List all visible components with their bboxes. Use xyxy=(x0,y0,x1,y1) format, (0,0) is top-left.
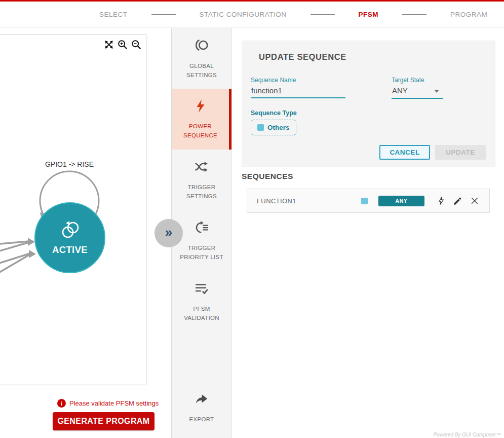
sequence-row: FUNCTION1 ANY xyxy=(247,189,490,213)
target-state-value: ANY xyxy=(392,86,408,95)
transition-label: GPIO1 -> RISE xyxy=(29,160,110,168)
sidebar-item-label: EXPORT xyxy=(176,415,227,424)
sidebar-item-power-sequence[interactable]: POWER SEQUENCE xyxy=(172,89,231,150)
target-state-select[interactable]: ANY xyxy=(392,85,443,99)
state-label: ACTIVE xyxy=(52,244,88,256)
edit-icon[interactable] xyxy=(453,196,462,206)
update-button[interactable]: UPDATE xyxy=(435,145,486,160)
sequence-type-label: Sequence Type xyxy=(251,110,297,117)
step-static-configuration[interactable]: STATIC CONFIGURATION xyxy=(200,11,287,18)
sequence-row-name: FUNCTION1 xyxy=(257,197,296,205)
state-node-active[interactable]: ACTIVE xyxy=(34,202,105,273)
step-select[interactable]: SELECT xyxy=(99,11,128,18)
canvas-toolbar xyxy=(103,39,142,50)
sequence-content-area: UPDATE SEQUENCE Sequence Name Target Sta… xyxy=(232,28,504,438)
sidebar-item-trigger-settings[interactable]: TRIGGER SETTINGS xyxy=(172,150,231,210)
sidebar-item-label: PFSM VALIDATION xyxy=(176,305,227,323)
target-state-label: Target State xyxy=(392,77,424,84)
sidebar-item-label: POWER SEQUENCE xyxy=(175,122,226,140)
step-connector xyxy=(402,14,427,15)
power-sequence-icon xyxy=(193,98,208,115)
sidebar-item-label: GLOBAL SETTINGS xyxy=(176,62,227,80)
self-transition-icon xyxy=(59,220,81,242)
sidebar-collapse-button[interactable]: » xyxy=(154,219,183,247)
sidebar-item-export[interactable]: EXPORT xyxy=(172,377,231,438)
sidebar-item-label: TRIGGER PRIORITY LIST xyxy=(176,244,227,262)
pfsm-validation-icon xyxy=(194,281,209,297)
pfsm-diagram-canvas[interactable]: GPIO1 -> RISE ACTIVE xyxy=(0,34,146,384)
step-connector xyxy=(151,14,176,15)
generate-program-button[interactable]: GENERATE PROGRAM xyxy=(53,412,154,430)
sidebar-item-trigger-priority-list[interactable]: TRIGGER PRIORITY LIST xyxy=(172,210,231,271)
sequence-target-badge: ANY xyxy=(378,196,424,206)
validation-message: Please validate PFSM settings xyxy=(69,399,159,407)
powered-by-label: Powered By GUI Composer™ xyxy=(434,432,501,437)
sequence-row-actions xyxy=(437,196,480,206)
zoom-in-icon[interactable] xyxy=(117,39,128,50)
chevron-right-icon: » xyxy=(165,226,172,241)
sequences-section-title: SEQUENCES xyxy=(242,172,293,181)
sidebar-item-label: TRIGGER SETTINGS xyxy=(176,183,227,201)
power-icon[interactable] xyxy=(437,196,446,206)
sequence-type-swatch xyxy=(361,198,368,204)
info-icon: i xyxy=(57,399,66,408)
step-connector xyxy=(311,14,335,15)
sidebar-item-pfsm-validation[interactable]: PFSM VALIDATION xyxy=(172,271,231,332)
step-program[interactable]: PROGRAM xyxy=(450,11,487,18)
zoom-out-icon[interactable] xyxy=(131,39,142,50)
sequence-name-label: Sequence Name xyxy=(251,77,296,84)
wizard-stepper: SELECT STATIC CONFIGURATION PFSM PROGRAM xyxy=(0,0,504,28)
global-settings-icon xyxy=(193,37,210,54)
cancel-button[interactable]: CANCEL xyxy=(379,145,430,160)
sequence-type-chip-others[interactable]: Others xyxy=(251,120,296,135)
panel-title: UPDATE SEQUENCE xyxy=(259,52,346,62)
chip-label: Others xyxy=(267,124,290,131)
update-sequence-panel: UPDATE SEQUENCE Sequence Name Target Sta… xyxy=(242,41,495,167)
trigger-priority-list-icon xyxy=(194,220,209,236)
export-icon xyxy=(194,391,209,408)
delete-icon[interactable] xyxy=(470,196,480,206)
step-pfsm[interactable]: PFSM xyxy=(359,11,379,18)
sidebar-item-global-settings[interactable]: GLOBAL SETTINGS xyxy=(172,28,231,89)
type-color-swatch xyxy=(257,124,264,131)
validation-warning: i Please validate PFSM settings xyxy=(57,399,159,408)
chevron-down-icon xyxy=(434,90,439,93)
fit-to-view-icon[interactable] xyxy=(103,39,114,50)
sequence-name-input[interactable] xyxy=(251,85,345,98)
trigger-settings-icon xyxy=(194,159,209,175)
